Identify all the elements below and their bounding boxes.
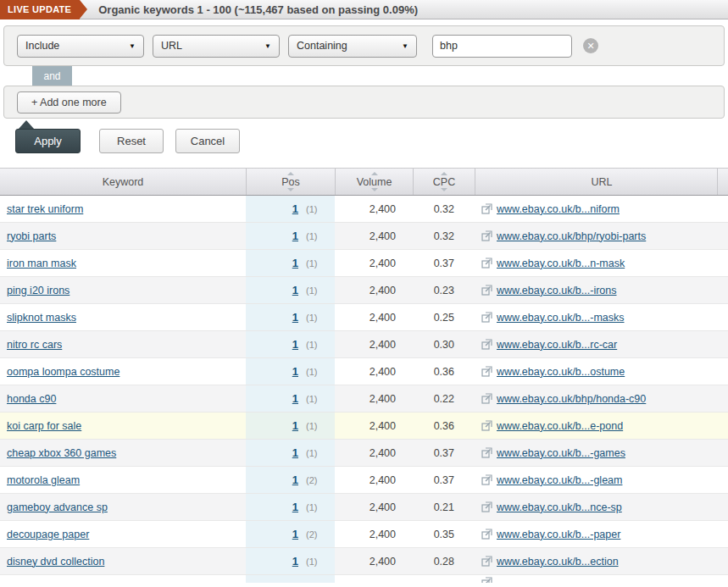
external-link-icon xyxy=(481,474,492,485)
external-link-icon xyxy=(481,230,492,241)
position-link[interactable]: 1 xyxy=(292,446,298,459)
keyword-link[interactable]: decoupage paper xyxy=(7,529,89,540)
keyword-link[interactable]: gameboy advance sp xyxy=(7,501,108,513)
volume-value xyxy=(335,575,413,583)
cpc-value: 0.21 xyxy=(413,494,475,520)
keyword-link[interactable]: disney dvd collection xyxy=(7,556,104,568)
table-header: Keyword Pos Volume CPC URL xyxy=(0,168,728,196)
url-link[interactable]: www.ebay.co.uk/bhp/honda-c90 xyxy=(497,393,646,405)
keyword-link[interactable]: iron man mask xyxy=(7,258,76,269)
reset-button[interactable]: Reset xyxy=(99,129,164,153)
position-link[interactable]: 1 xyxy=(292,555,298,568)
cpc-value: 0.28 xyxy=(413,548,475,574)
keyword-link[interactable]: cheap xbox 360 games xyxy=(7,447,116,459)
keyword-link[interactable]: ryobi parts xyxy=(7,230,56,242)
filter-field-dropdown[interactable]: URL ▼ xyxy=(153,35,280,58)
position-cell: 1 (1) xyxy=(246,196,335,222)
url-link[interactable]: www.ebay.co.uk/b...-irons xyxy=(497,285,617,296)
column-header-volume[interactable]: Volume xyxy=(335,169,413,195)
url-link[interactable]: www.ebay.co.uk/b...-gleam xyxy=(497,474,622,486)
keyword-link[interactable]: ping i20 irons xyxy=(7,285,69,296)
url-link[interactable]: www.ebay.co.uk/bhp/ryobi-parts xyxy=(497,230,646,242)
column-header-pos[interactable]: Pos xyxy=(246,169,335,195)
cpc-value: 0.36 xyxy=(413,413,475,439)
url-link[interactable]: www.ebay.co.uk/b...niform xyxy=(497,203,620,215)
position-link[interactable]: 1 xyxy=(292,501,298,513)
position-link[interactable]: 1 xyxy=(292,257,298,269)
previous-position-value: (1) xyxy=(306,367,321,377)
remove-filter-button[interactable]: ✕ xyxy=(583,38,598,53)
url-link[interactable]: www.ebay.co.uk/b...ostume xyxy=(497,366,625,378)
url-link[interactable]: www.ebay.co.uk/b...ection xyxy=(497,556,619,568)
sort-desc-icon[interactable] xyxy=(287,188,294,191)
table-row: cheap xbox 360 games 1 (1) 2,400 0.37 ww… xyxy=(0,440,728,467)
filter-connector-label: and xyxy=(43,70,60,82)
position-link[interactable]: 1 xyxy=(292,284,298,296)
position-cell: 1 (2) xyxy=(246,467,335,493)
cpc-value: 0.36 xyxy=(413,358,475,385)
position-link[interactable]: 1 xyxy=(292,419,298,432)
live-update-label: LIVE UPDATE xyxy=(8,4,71,14)
sort-asc-icon[interactable] xyxy=(287,172,294,175)
url-link[interactable]: www.ebay.co.uk/b...n-mask xyxy=(497,258,625,269)
keyword-link[interactable]: slipknot masks xyxy=(7,312,76,324)
position-cell xyxy=(246,575,335,583)
column-header-url[interactable]: URL xyxy=(475,169,728,195)
table-row: star trek uniform 1 (1) 2,400 0.32 www.e… xyxy=(0,196,728,223)
cpc-value: 0.23 xyxy=(413,277,475,303)
url-link[interactable]: www.ebay.co.uk/b...nce-sp xyxy=(497,501,622,513)
keyword-link[interactable]: star trek uniform xyxy=(7,203,83,215)
column-header-cpc[interactable]: CPC xyxy=(413,169,475,195)
position-link[interactable]: 1 xyxy=(292,311,298,324)
previous-position-value: (2) xyxy=(306,529,321,540)
table-body: star trek uniform 1 (1) 2,400 0.32 www.e… xyxy=(0,196,728,583)
url-link[interactable]: www.ebay.co.uk/b...-games xyxy=(497,447,625,459)
volume-value: 2,400 xyxy=(335,196,413,222)
table-row: disney dvd collection 1 (1) 2,400 0.28 w… xyxy=(0,548,728,575)
position-link[interactable]: 1 xyxy=(292,202,298,215)
cpc-value: 0.32 xyxy=(413,223,475,249)
position-link[interactable]: 1 xyxy=(292,365,298,378)
chevron-down-icon: ▼ xyxy=(402,42,408,50)
url-link[interactable]: www.ebay.co.uk/b...rc-car xyxy=(497,339,617,351)
url-link[interactable]: www.ebay.co.uk/b...e-pond xyxy=(497,420,623,432)
filter-query-input[interactable] xyxy=(432,35,572,58)
table-row: nitro rc cars 1 (1) 2,400 0.30 www.ebay.… xyxy=(0,331,728,358)
keyword-link[interactable]: oompa loompa costume xyxy=(7,366,119,378)
table-row: ping i20 irons 1 (1) 2,400 0.23 www.ebay… xyxy=(0,277,728,304)
position-link[interactable]: 1 xyxy=(292,230,298,242)
position-link[interactable]: 1 xyxy=(292,528,298,540)
position-link[interactable]: 1 xyxy=(292,392,298,405)
filter-operator-dropdown[interactable]: Containing ▼ xyxy=(288,35,417,58)
keyword-link[interactable]: nitro rc cars xyxy=(7,339,62,351)
keyword-link[interactable]: honda c90 xyxy=(7,393,56,405)
apply-button[interactable]: Apply xyxy=(15,129,81,153)
filter-actions: Apply Reset Cancel xyxy=(15,129,728,153)
cancel-button[interactable]: Cancel xyxy=(175,129,240,153)
position-cell: 1 (1) xyxy=(246,494,335,520)
filter-connector-tab: and xyxy=(32,66,72,86)
volume-value: 2,400 xyxy=(335,331,413,357)
cpc-value: 0.30 xyxy=(413,331,475,357)
position-link[interactable]: 1 xyxy=(292,338,298,351)
url-link[interactable]: www.ebay.co.uk/b...-masks xyxy=(497,312,625,324)
external-link-icon xyxy=(481,203,492,214)
table-row: honda c90 1 (1) 2,400 0.22 www.ebay.co.u… xyxy=(0,385,728,413)
sort-desc-icon[interactable] xyxy=(371,188,378,191)
sort-asc-icon[interactable] xyxy=(371,172,378,175)
chevron-down-icon: ▼ xyxy=(129,42,136,50)
filter-condition-dropdown[interactable]: Include ▼ xyxy=(17,35,144,58)
column-header-volume-label: Volume xyxy=(357,176,392,188)
volume-value: 2,400 xyxy=(335,385,413,412)
table-row: gameboy advance sp 1 (1) 2,400 0.21 www.… xyxy=(0,494,728,521)
position-link[interactable]: 1 xyxy=(292,473,298,486)
add-one-more-button[interactable]: + Add one more xyxy=(17,91,121,114)
column-header-keyword[interactable]: Keyword xyxy=(0,169,246,195)
url-link[interactable]: www.ebay.co.uk/b...-paper xyxy=(497,529,620,540)
keyword-link[interactable]: motorola gleam xyxy=(7,474,80,486)
keyword-link[interactable]: koi carp for sale xyxy=(7,420,81,432)
previous-position-value: (1) xyxy=(306,258,321,269)
sort-asc-icon[interactable] xyxy=(441,172,447,175)
column-header-pos-label: Pos xyxy=(281,176,300,188)
sort-desc-icon[interactable] xyxy=(441,188,447,191)
